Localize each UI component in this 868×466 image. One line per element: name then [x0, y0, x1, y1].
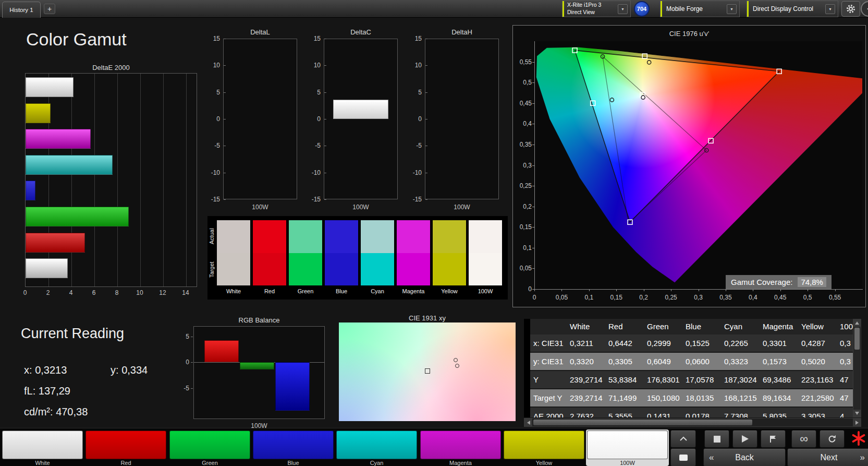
- deltah-chart: DeltaH 100W 151050-5-10-15: [404, 28, 499, 211]
- workflow-dropdown[interactable]: Mobile Forge ▼: [660, 1, 740, 17]
- swatch-label: 100W: [469, 288, 502, 294]
- y-tick-mark: [425, 119, 427, 120]
- y-tick-mark: [224, 65, 226, 66]
- scroll-down-button[interactable]: [853, 410, 861, 417]
- cell: 0,3305: [606, 353, 645, 371]
- patch-button-100w[interactable]: 100W: [586, 429, 669, 466]
- alert-button[interactable]: [850, 430, 867, 447]
- patch-color: [253, 431, 334, 459]
- patch-label: Magenta: [419, 460, 502, 466]
- measurements-table: WhiteRedGreenBlueCyanMagentaYellow100Wx:…: [524, 319, 853, 417]
- table-horizontal-scrollbar[interactable]: [524, 418, 861, 427]
- patch-button-cyan[interactable]: Cyan: [335, 429, 418, 466]
- row-label: y: CIE31: [531, 353, 568, 371]
- y-tick-mark: [324, 65, 326, 66]
- collapse-pattern-bar-button[interactable]: [670, 430, 696, 448]
- swatch-actual-white: [217, 220, 250, 253]
- back-button[interactable]: « Back: [703, 448, 786, 466]
- table-vertical-scrollbar[interactable]: [853, 319, 861, 417]
- scroll-left-button[interactable]: [524, 419, 532, 426]
- display-window-button[interactable]: [670, 448, 696, 466]
- cell: 0,3: [838, 353, 853, 371]
- patch-button-yellow[interactable]: Yellow: [503, 429, 585, 466]
- gear-icon: [846, 4, 856, 14]
- y-tick-label: 0,55: [513, 58, 532, 66]
- deltae-bar-red: [26, 233, 85, 253]
- y-tick-mark: [532, 165, 534, 166]
- stop-button[interactable]: [704, 430, 729, 448]
- cell: 2,7632: [568, 408, 606, 417]
- patch-button-magenta[interactable]: Magenta: [419, 429, 502, 466]
- cell: 47: [838, 371, 853, 389]
- y-tick-label: 5: [404, 88, 422, 97]
- settings-button[interactable]: [841, 1, 860, 17]
- patch-color: [85, 431, 166, 459]
- swatch-label: Red: [253, 288, 286, 294]
- y-tick-mark: [324, 199, 326, 200]
- patch-color: [169, 431, 250, 459]
- scroll-up-button[interactable]: [853, 319, 861, 327]
- y-tick-label: 0,5: [513, 78, 532, 87]
- gamut-overlay: [534, 41, 862, 289]
- x-tick-label: 0,15: [605, 294, 628, 301]
- y-tick-mark: [425, 92, 427, 93]
- x-tick-label: 0,45: [769, 294, 792, 301]
- cell: 53,8384: [606, 371, 645, 389]
- x-tick-mark: [726, 289, 726, 291]
- patch-label: Red: [84, 460, 167, 466]
- loop-button[interactable]: ∞: [791, 430, 816, 448]
- y-tick-mark: [532, 227, 534, 228]
- table-row[interactable]: Target Y239,271471,1499150,108018,013516…: [530, 389, 853, 408]
- chevron-left-icon: «: [709, 452, 714, 463]
- chevron-down-icon[interactable]: ▼: [727, 4, 737, 14]
- y-tick-label: -5: [303, 141, 321, 150]
- cell: 239,2714: [568, 389, 606, 408]
- patch-button-green[interactable]: Green: [168, 429, 251, 466]
- display-control-dropdown[interactable]: Direct Display Control ▼: [747, 1, 838, 17]
- column-header: Red: [606, 319, 645, 334]
- x-tick-label: 0,05: [550, 294, 573, 301]
- deltac-bar: [333, 100, 388, 119]
- meter-dropdown[interactable]: X-Rite i1Pro 3 Direct View ▼: [562, 1, 631, 17]
- play-button[interactable]: [732, 430, 757, 448]
- y-tick-label: -10: [404, 169, 422, 177]
- refresh-button[interactable]: [820, 430, 845, 448]
- scroll-right-button[interactable]: [853, 419, 861, 426]
- table-row[interactable]: ΔE 20002,76325,35550,14310,01787,73085,8…: [530, 408, 853, 417]
- deltae-bar-blue: [26, 181, 35, 200]
- y-tick-label: 0,2: [513, 202, 532, 211]
- x-tick-label: 0,35: [714, 294, 737, 301]
- cell: 7,7308: [722, 408, 761, 417]
- scrollbar-thumb[interactable]: [854, 328, 860, 350]
- add-tab-button[interactable]: +: [44, 4, 55, 14]
- collapse-panel-button[interactable]: [861, 1, 868, 17]
- table-row[interactable]: y: CIE310,33200,33050,60490,06000,33230,…: [530, 353, 853, 371]
- swatch-actual-green: [289, 220, 322, 253]
- chevron-down-icon[interactable]: ▼: [618, 4, 628, 14]
- row-label: ΔE 2000: [531, 408, 568, 417]
- table-row[interactable]: x: CIE310,32110,64420,29990,15250,22650,…: [530, 334, 853, 353]
- measured-point-marker: [454, 358, 458, 362]
- patch-button-blue[interactable]: Blue: [252, 429, 335, 466]
- x-tick-mark: [753, 289, 753, 291]
- y-tick-label: 5: [303, 88, 321, 97]
- chevron-right-icon: »: [860, 452, 865, 463]
- cell: 0,0178: [683, 408, 722, 417]
- scrollbar-thumb[interactable]: [533, 420, 752, 425]
- patch-button-red[interactable]: Red: [84, 429, 167, 466]
- tab-history-1[interactable]: History 1: [2, 2, 41, 18]
- x-axis-label: 100W: [324, 204, 398, 211]
- reading-cd-value: 470,38: [56, 406, 88, 417]
- triangle-up-icon: [855, 321, 859, 325]
- next-button[interactable]: Next »: [787, 448, 868, 466]
- patch-button-white[interactable]: White: [1, 429, 84, 466]
- infinity-icon: ∞: [800, 432, 808, 446]
- cell: 0,3323: [722, 353, 761, 371]
- chart-title: CIE 1976 u'v': [513, 30, 865, 38]
- cell: 4: [838, 408, 853, 417]
- table-row[interactable]: Y239,271453,8384176,830117,0578187,30246…: [530, 371, 853, 389]
- y-tick-mark: [224, 39, 226, 39]
- flag-button[interactable]: [761, 430, 786, 448]
- cell: 89,1634: [761, 389, 799, 408]
- chevron-down-icon[interactable]: ▼: [825, 4, 835, 14]
